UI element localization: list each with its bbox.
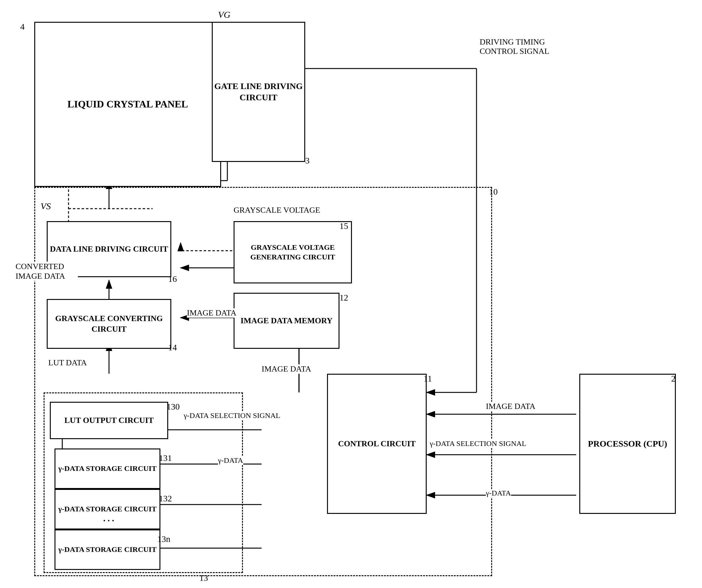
ref-132: 132 bbox=[159, 494, 172, 504]
lut-data-label: LUT DATA bbox=[48, 358, 87, 367]
dots-storage: ··· bbox=[103, 513, 116, 528]
image-data-label-3: IMAGE DATA bbox=[486, 402, 536, 411]
ref-3: 3 bbox=[305, 156, 310, 166]
gamma-data-label-1: γ-DATA bbox=[218, 456, 243, 465]
gamma-selection-label-2: γ-DATA SELECTION SIGNAL bbox=[430, 439, 548, 448]
ref-10: 10 bbox=[489, 187, 498, 197]
ref-11: 11 bbox=[424, 374, 432, 384]
ref-12: 12 bbox=[340, 293, 348, 303]
ref-13n: 13n bbox=[157, 534, 170, 544]
ref-16: 16 bbox=[168, 274, 177, 284]
image-data-memory: IMAGE DATA MEMORY bbox=[234, 293, 340, 349]
gate-line-driving-circuit: GATE LINE DRIVING CIRCUIT bbox=[212, 22, 305, 162]
ref-15: 15 bbox=[340, 221, 348, 231]
ref-2: 2 bbox=[671, 374, 676, 384]
liquid-crystal-panel: LIQUID CRYSTAL PANEL bbox=[34, 22, 221, 187]
converted-image-data-label: CONVERTED IMAGE DATA bbox=[16, 262, 78, 281]
ref-13: 13 bbox=[199, 573, 208, 583]
image-data-label-1: IMAGE DATA bbox=[187, 308, 236, 318]
vs-label: VS bbox=[40, 201, 51, 212]
gamma-data-label-2: γ-DATA bbox=[486, 489, 511, 497]
grayscale-voltage-generating-circuit: GRAYSCALE VOLTAGE GENERATING CIRCUIT bbox=[234, 221, 352, 283]
control-circuit: CONTROL CIRCUIT bbox=[327, 374, 427, 514]
image-data-label-2: IMAGE DATA bbox=[262, 364, 311, 374]
ref-130: 130 bbox=[166, 402, 180, 412]
lut-output-circuit: LUT OUTPUT CIRCUIT bbox=[50, 402, 168, 439]
ref-4: 4 bbox=[20, 22, 25, 32]
processor-cpu: PROCESSOR (CPU) bbox=[579, 374, 676, 514]
ref-131: 131 bbox=[159, 453, 172, 463]
gamma-selection-label-1: γ-DATA SELECTION SIGNAL bbox=[184, 411, 289, 420]
driving-timing-label: DRIVING TIMING CONTROL SIGNAL bbox=[480, 37, 567, 56]
grayscale-converting-circuit: GRAYSCALE CONVERTING CIRCUIT bbox=[47, 299, 171, 349]
ref-14: 14 bbox=[168, 343, 177, 353]
gamma-data-storage-131: γ-DATA STORAGE CIRCUIT bbox=[54, 449, 160, 489]
gamma-data-storage-13n: γ-DATA STORAGE CIRCUIT bbox=[54, 530, 160, 570]
grayscale-voltage-label: GRAYSCALE VOLTAGE bbox=[234, 206, 320, 215]
vg-label: VG bbox=[218, 9, 230, 20]
